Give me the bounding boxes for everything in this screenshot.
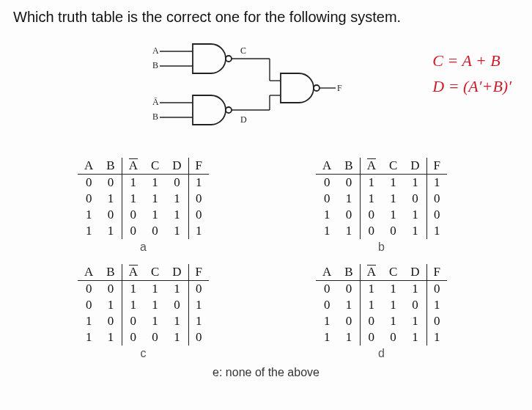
table-cell: 1 bbox=[78, 207, 100, 223]
table-cell: 0 bbox=[383, 223, 404, 239]
table-cell: 1 bbox=[426, 297, 447, 313]
handwritten-annotations: C = A + B D = (A′+B)′ bbox=[432, 48, 511, 99]
table-cell: 1 bbox=[404, 223, 426, 239]
table-cell: 0 bbox=[426, 313, 447, 329]
table-row: 011100 bbox=[316, 191, 447, 207]
table-c-wrap: ABACDF001110011101100111110010 c bbox=[50, 264, 237, 360]
table-cell: 0 bbox=[188, 191, 209, 207]
truth-table-b: ABACDF001111011100100110110011 bbox=[316, 158, 447, 239]
table-cell: 1 bbox=[338, 191, 360, 207]
table-cell: 1 bbox=[404, 329, 426, 345]
table-cell: 0 bbox=[100, 175, 122, 191]
table-cell: 1 bbox=[144, 207, 166, 223]
table-cell: 1 bbox=[122, 281, 144, 298]
svg-point-8 bbox=[226, 107, 232, 113]
table-row: 110011 bbox=[316, 223, 447, 239]
col-header: A bbox=[78, 264, 100, 281]
table-c-label: c bbox=[50, 347, 237, 360]
annotation-c: C = A + B bbox=[432, 48, 511, 73]
col-header: B bbox=[100, 158, 122, 175]
table-cell: 1 bbox=[383, 175, 404, 191]
option-e: e: none of the above bbox=[13, 366, 519, 379]
input-abar-label: Ā bbox=[152, 97, 159, 107]
table-cell: 0 bbox=[144, 223, 166, 239]
table-d-wrap: ABACDF001110011101100110110011 d bbox=[288, 264, 475, 360]
table-row: 100110 bbox=[316, 207, 447, 223]
table-cell: 0 bbox=[78, 297, 100, 313]
table-cell: 0 bbox=[338, 175, 360, 191]
table-row: 100111 bbox=[78, 313, 209, 329]
table-cell: 0 bbox=[78, 191, 100, 207]
table-cell: 0 bbox=[338, 281, 360, 298]
node-d-label: D bbox=[240, 114, 247, 125]
table-b-wrap: ABACDF001111011100100110110011 b bbox=[288, 158, 475, 254]
col-header: A bbox=[360, 158, 383, 175]
table-cell: 0 bbox=[122, 329, 144, 345]
table-cell: 1 bbox=[404, 313, 426, 329]
table-cell: 0 bbox=[360, 207, 383, 223]
col-header: C bbox=[144, 264, 166, 281]
table-row: 011101 bbox=[78, 297, 209, 313]
table-row: 110011 bbox=[78, 223, 209, 239]
table-cell: 1 bbox=[338, 297, 360, 313]
table-cell: 1 bbox=[122, 175, 144, 191]
table-cell: 1 bbox=[78, 223, 100, 239]
col-header: A bbox=[78, 158, 100, 175]
table-cell: 1 bbox=[404, 175, 426, 191]
table-cell: 1 bbox=[166, 313, 188, 329]
table-d-label: d bbox=[288, 347, 475, 360]
col-header: D bbox=[166, 264, 188, 281]
table-cell: 0 bbox=[360, 329, 383, 345]
logic-circuit: A B C Ā B D F bbox=[152, 33, 343, 143]
table-cell: 1 bbox=[188, 223, 209, 239]
svg-point-12 bbox=[314, 85, 319, 91]
table-cell: 1 bbox=[383, 313, 404, 329]
table-row: 001110 bbox=[78, 281, 209, 298]
table-cell: 0 bbox=[404, 191, 426, 207]
table-cell: 1 bbox=[78, 313, 100, 329]
table-cell: 1 bbox=[316, 329, 338, 345]
tables-grid: ABACDF001101011110100110110011 a ABACDF0… bbox=[13, 158, 519, 360]
table-cell: 0 bbox=[166, 297, 188, 313]
annotation-d: D = (A′+B)′ bbox=[432, 73, 511, 99]
svg-point-2 bbox=[226, 56, 232, 62]
table-cell: 1 bbox=[100, 329, 122, 345]
col-header: B bbox=[100, 264, 122, 281]
table-row: 100110 bbox=[78, 207, 209, 223]
col-header: D bbox=[166, 158, 188, 175]
table-cell: 0 bbox=[122, 223, 144, 239]
col-header: F bbox=[426, 264, 447, 281]
col-header: F bbox=[188, 158, 209, 175]
table-cell: 0 bbox=[100, 313, 122, 329]
table-a-wrap: ABACDF001101011110100110110011 a bbox=[50, 158, 237, 254]
table-cell: 0 bbox=[316, 281, 338, 298]
table-cell: 1 bbox=[166, 207, 188, 223]
table-cell: 1 bbox=[100, 297, 122, 313]
table-cell: 1 bbox=[166, 191, 188, 207]
table-cell: 0 bbox=[188, 281, 209, 298]
col-header: A bbox=[122, 158, 144, 175]
table-cell: 0 bbox=[100, 207, 122, 223]
table-cell: 1 bbox=[144, 281, 166, 298]
table-cell: 1 bbox=[383, 281, 404, 298]
table-cell: 1 bbox=[360, 281, 383, 298]
table-cell: 0 bbox=[338, 207, 360, 223]
table-cell: 1 bbox=[188, 313, 209, 329]
table-row: 110011 bbox=[316, 329, 447, 345]
col-header: B bbox=[338, 264, 360, 281]
table-cell: 0 bbox=[316, 191, 338, 207]
table-cell: 1 bbox=[188, 297, 209, 313]
table-cell: 0 bbox=[404, 297, 426, 313]
table-row: 100110 bbox=[316, 313, 447, 329]
col-header: D bbox=[404, 264, 426, 281]
input-a-label: A bbox=[152, 45, 159, 56]
table-row: 011101 bbox=[316, 297, 447, 313]
table-cell: 1 bbox=[100, 191, 122, 207]
table-row: 011110 bbox=[78, 191, 209, 207]
col-header: A bbox=[316, 158, 338, 175]
table-cell: 0 bbox=[78, 175, 100, 191]
table-cell: 1 bbox=[360, 297, 383, 313]
col-header: C bbox=[383, 264, 404, 281]
table-cell: 0 bbox=[144, 329, 166, 345]
col-header: A bbox=[122, 264, 144, 281]
